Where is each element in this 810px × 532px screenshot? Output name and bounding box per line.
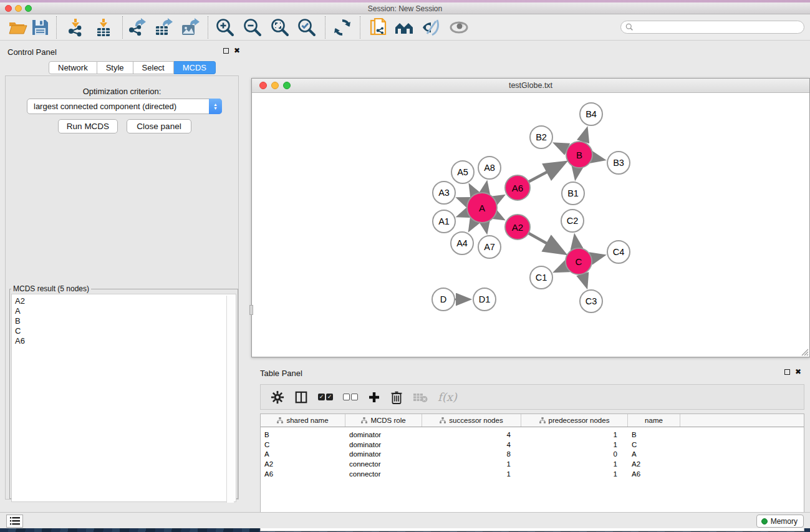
tab-mcds[interactable]: MCDS <box>174 61 216 74</box>
zoom-in-icon[interactable] <box>215 17 235 37</box>
graph-node-label-D: D <box>440 294 446 304</box>
column-type-icon <box>361 417 367 423</box>
delete-column-trash-icon[interactable] <box>390 390 403 404</box>
tab-network[interactable]: Network <box>49 61 97 74</box>
select-all-columns-icon[interactable]: ✓✓ <box>318 394 333 400</box>
tab-select[interactable]: Select <box>133 61 174 74</box>
edge-A-A8[interactable] <box>485 183 486 193</box>
first-neighbors-icon[interactable] <box>394 17 414 37</box>
duplicate-network-icon[interactable] <box>369 17 388 37</box>
graph-node-label-A5: A5 <box>457 167 468 177</box>
export-image-icon[interactable] <box>180 17 200 37</box>
toolbar-separator <box>208 16 208 39</box>
network-graph-canvas[interactable]: B4B2BB3A5A8A6A3B1AC2A1A2A4A7C4CC1DD1C3 <box>253 94 810 357</box>
table-row[interactable]: Bdominator 41 B <box>261 430 804 440</box>
task-history-button[interactable] <box>6 515 23 528</box>
dropdown-stepper-icon: ▲▼ <box>209 99 222 114</box>
column-header-shared-name[interactable]: shared name <box>261 414 345 427</box>
graph-node-label-A2: A2 <box>512 222 523 233</box>
graph-node-label-A4: A4 <box>456 238 468 248</box>
table-row[interactable]: A2connector 11 A2 <box>261 459 804 469</box>
search-input[interactable] <box>636 23 792 32</box>
search-icon <box>625 23 634 31</box>
edge-A-A5[interactable] <box>470 186 475 195</box>
memory-button[interactable]: Memory <box>756 515 804 528</box>
show-selected-icon[interactable] <box>449 17 469 37</box>
divider-handle[interactable] <box>249 305 253 315</box>
control-panel-tabs: Network Style Select MCDS <box>49 61 216 74</box>
table-row[interactable]: Adominator 80 A <box>261 450 804 460</box>
edge-B-B2[interactable] <box>556 143 567 149</box>
memory-status-icon <box>761 518 768 525</box>
run-mcds-button[interactable]: Run MCDS <box>58 119 118 133</box>
edge-B-B1[interactable] <box>576 168 577 178</box>
search-box[interactable] <box>620 21 804 34</box>
edge-A-A6[interactable] <box>495 196 503 200</box>
edge-C-C3[interactable] <box>582 274 586 286</box>
float-table-panel-icon[interactable] <box>784 369 790 375</box>
mcds-result-group: MCDS result (5 nodes) A2 A B C A6 <box>9 284 238 499</box>
result-item[interactable]: B <box>15 316 236 326</box>
create-column-plus-icon[interactable] <box>368 391 380 404</box>
criterion-dropdown[interactable]: largest connected component (directed) ▲… <box>27 99 222 114</box>
task-list-icon <box>10 517 20 525</box>
delete-table-icon <box>413 392 428 403</box>
edge-C-C2[interactable] <box>575 236 577 249</box>
table-row[interactable]: Cdominator 41 C <box>261 440 804 450</box>
column-header-mcds-role[interactable]: MCDS role <box>345 414 422 427</box>
float-panel-icon[interactable] <box>223 48 229 54</box>
zoom-fit-icon[interactable] <box>270 17 290 37</box>
function-builder-icon: f(x) <box>438 390 457 404</box>
open-file-icon[interactable] <box>7 17 27 37</box>
import-network-icon[interactable] <box>65 17 85 37</box>
close-panel-icon[interactable]: ✖ <box>234 48 240 54</box>
import-table-icon[interactable] <box>94 17 113 37</box>
unselect-all-columns-icon[interactable] <box>343 394 358 400</box>
table-settings-gear-icon[interactable] <box>271 390 284 404</box>
save-session-icon[interactable] <box>30 17 50 37</box>
edge-A-A2[interactable] <box>495 215 503 219</box>
close-panel-button[interactable]: Close panel <box>127 119 191 133</box>
edge-A-A4[interactable] <box>470 221 475 230</box>
graph-node-label-C4: C4 <box>613 247 625 257</box>
table-row[interactable]: A6connector 11 A6 <box>261 469 804 479</box>
result-item[interactable]: A2 <box>15 296 236 306</box>
edge-A6-B[interactable] <box>529 163 564 181</box>
edge-B-B3[interactable] <box>592 157 604 160</box>
edge-C-C1[interactable] <box>556 266 567 271</box>
network-window-titlebar[interactable]: testGlobe.txt <box>252 79 809 93</box>
network-view-window: testGlobe.txt B4B2BB3A5A8A6A3B1AC2A1A2A4… <box>251 78 810 357</box>
edge-A-A1[interactable] <box>459 213 468 216</box>
edge-B-B4[interactable] <box>583 129 587 142</box>
refresh-icon[interactable] <box>332 17 352 37</box>
graph-node-label-A8: A8 <box>484 163 495 173</box>
result-item[interactable]: A <box>15 306 236 316</box>
edge-C-C4[interactable] <box>591 256 603 259</box>
edge-A-A3[interactable] <box>458 198 468 202</box>
export-table-icon[interactable] <box>153 17 173 37</box>
column-header-name[interactable]: name <box>628 414 680 427</box>
result-item[interactable]: A6 <box>15 336 236 346</box>
toolbar-separator <box>122 16 123 39</box>
column-header-predecessor-nodes[interactable]: predecessor nodes <box>521 414 628 427</box>
mcds-panel: Optimization criterion: largest connecte… <box>5 75 239 500</box>
resize-grip-icon[interactable] <box>800 347 809 356</box>
hide-selected-icon[interactable] <box>421 17 441 37</box>
graph-node-label-A3: A3 <box>438 188 450 198</box>
close-table-panel-icon[interactable]: ✖ <box>795 369 801 375</box>
zoom-out-icon[interactable] <box>243 17 263 37</box>
column-header-successor-nodes[interactable]: successor nodes <box>422 414 521 427</box>
window-title: Session: New Session <box>0 4 810 13</box>
edge-A-A7[interactable] <box>485 223 486 232</box>
show-columns-icon[interactable] <box>294 390 308 404</box>
zoom-selected-icon[interactable] <box>297 17 317 37</box>
result-item[interactable]: C <box>15 326 236 336</box>
graph-node-label-B3: B3 <box>613 158 624 168</box>
mcds-result-list[interactable]: A2 A B C A6 <box>11 294 236 502</box>
toolbar-separator <box>56 16 57 39</box>
network-window-title: testGlobe.txt <box>252 81 809 90</box>
tab-style[interactable]: Style <box>97 61 133 74</box>
result-scrollbar[interactable] <box>226 296 234 503</box>
export-network-icon[interactable] <box>127 17 147 37</box>
edge-A2-C[interactable] <box>528 233 563 253</box>
